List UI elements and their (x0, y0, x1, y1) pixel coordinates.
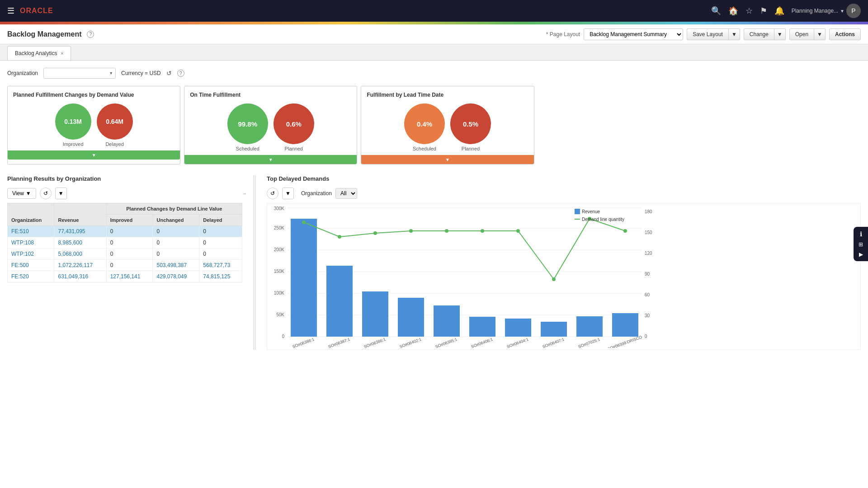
chart-settings-icon[interactable]: ▼ (282, 188, 294, 199)
svg-text:SO#06404:1: SO#06404:1 (506, 337, 529, 348)
line-dot-5 (481, 229, 484, 233)
chart-panel-title: Top Delayed Demands (267, 175, 861, 182)
table-toolbar: View ▼ ↺ ▼ (7, 188, 242, 199)
page-title: Backlog Management (7, 30, 81, 38)
org-chart-select[interactable]: All (335, 188, 357, 199)
panel-resize-divider[interactable] (253, 175, 256, 350)
refresh-table-icon[interactable]: ↺ (40, 188, 52, 199)
flag-icon[interactable]: ⚑ (760, 6, 767, 16)
card1-circles: 0.13M Improved 0.64M Delayed (13, 103, 175, 147)
avatar: P (846, 4, 861, 18)
planned-circle-3: 0.5% (450, 103, 491, 144)
col-improved: Improved (106, 215, 153, 226)
svg-text:60: 60 (645, 292, 650, 297)
open-button[interactable]: Open (789, 28, 814, 40)
view-button[interactable]: View ▼ (7, 188, 36, 199)
svg-text:SO#06385:1: SO#06385:1 (435, 337, 458, 348)
bar-4[interactable] (434, 305, 460, 337)
on-time-fulfillment-card: On Time Fulfillment 99.8% Scheduled 0.6%… (184, 86, 357, 164)
svg-text:SO#06387:1: SO#06387:1 (328, 337, 351, 348)
bell-icon[interactable]: 🔔 (774, 6, 784, 16)
bar-6[interactable] (505, 319, 531, 337)
scheduled-label: Scheduled (236, 146, 259, 151)
search-icon[interactable]: 🔍 (711, 6, 721, 16)
svg-text:250K: 250K (274, 225, 285, 230)
filter-row: Organization Currency = USD ↺ ? (7, 68, 861, 79)
card2-chevron-bar[interactable]: ▼ (184, 155, 357, 164)
card3-title: Fulfillment by Lead Time Date (367, 92, 528, 98)
change-dropdown[interactable]: ▼ (774, 28, 786, 40)
page-layout-select[interactable]: Backlog Management Summary (584, 28, 683, 40)
change-button[interactable]: Change (744, 28, 774, 40)
cards-row: Planned Fulfillment Changes by Demand Va… (7, 86, 861, 164)
star-icon[interactable]: ☆ (745, 6, 753, 16)
top-nav: ☰ ORACLE 🔍 🏠 ☆ ⚑ 🔔 Planning Manage... ▼ … (0, 0, 868, 22)
save-layout-dropdown[interactable]: ▼ (729, 28, 740, 40)
table-row[interactable]: WTP:1025,068,000000 (8, 249, 242, 260)
change-group: Change ▼ (744, 28, 786, 40)
card3-circle-planned: 0.5% Planned (450, 103, 491, 151)
bar-1[interactable] (326, 266, 353, 337)
chart-svg: 0 50K 100K 150K 200K 250K 300K 0 30 60 9… (267, 203, 656, 348)
svg-text:SO#06407:1: SO#06407:1 (542, 337, 565, 348)
help-sm-icon[interactable]: ? (177, 70, 184, 77)
line-dot-7 (552, 277, 556, 281)
svg-text:200K: 200K (274, 247, 285, 252)
refresh-icon[interactable]: ↺ (166, 70, 172, 77)
table-row[interactable]: FE:51077,431,095000 (8, 226, 242, 237)
svg-text:0: 0 (645, 334, 647, 339)
open-dropdown[interactable]: ▼ (814, 28, 826, 40)
grid-panel-icon[interactable]: ⊞ (859, 241, 863, 248)
org-filter-select-wrap (43, 68, 116, 79)
col-group: Planned Changes by Demand Line Value (106, 203, 242, 215)
bar-8[interactable] (576, 316, 603, 337)
home-icon[interactable]: 🏠 (728, 6, 738, 16)
expand-panel-icon[interactable]: ▶ (859, 251, 863, 258)
resize-handle[interactable] (243, 193, 246, 194)
help-icon[interactable]: ? (87, 31, 94, 38)
save-layout-group: Save Layout ▼ (687, 28, 740, 40)
card1-chevron-bar[interactable]: ▼ (8, 150, 180, 160)
view-label: View (12, 190, 24, 197)
svg-text:50K: 50K (276, 312, 284, 317)
info-panel-icon[interactable]: ℹ (860, 230, 862, 238)
bar-7[interactable] (541, 322, 567, 337)
actions-button[interactable]: Actions (829, 28, 861, 40)
planning-results-table: Organization Revenue Planned Changes by … (7, 203, 242, 282)
save-layout-button[interactable]: Save Layout (687, 28, 729, 40)
planned-label-3: Planned (462, 146, 480, 151)
chart-refresh-icon[interactable]: ↺ (267, 188, 278, 199)
svg-text:SO#06386:1: SO#06386:1 (363, 337, 387, 348)
svg-text:150: 150 (645, 230, 652, 235)
table-settings-icon[interactable]: ▼ (55, 188, 67, 199)
bar-9[interactable] (612, 313, 638, 337)
user-menu[interactable]: Planning Manage... ▼ P (792, 4, 861, 18)
legend-revenue-swatch (575, 209, 580, 214)
bar-2[interactable] (362, 291, 388, 337)
fulfillment-changes-card: Planned Fulfillment Changes by Demand Va… (7, 86, 180, 164)
table-row[interactable]: FE:520631,049,316127,156,141429,078,0497… (8, 271, 242, 282)
scheduled-circle-3: 0.4% (404, 103, 445, 144)
svg-text:30: 30 (645, 313, 650, 318)
card3-chevron-bar[interactable]: ▼ (361, 155, 533, 164)
org-filter-select[interactable] (43, 68, 116, 79)
card1-circle-improved: 0.13M Improved (55, 103, 91, 147)
bar-5[interactable] (469, 317, 495, 337)
bar-3[interactable] (398, 298, 424, 337)
tab-close-icon[interactable]: × (61, 51, 63, 56)
hamburger-icon[interactable]: ☰ (7, 6, 14, 16)
page-layout-label: * Page Layout (546, 31, 580, 38)
sub-header: Backlog Management ? * Page Layout Backl… (0, 24, 868, 44)
oracle-logo: ORACLE (20, 7, 53, 15)
card2-title: On Time Fulfillment (190, 92, 351, 98)
line-dot-0 (302, 221, 306, 224)
backlog-analytics-tab[interactable]: Backlog Analytics × (7, 46, 71, 60)
org-filter-label: Organization (7, 70, 38, 76)
table-panel: Planning Results by Organization View ▼ … (7, 175, 242, 350)
bar-0[interactable] (291, 219, 317, 337)
svg-text:100K: 100K (274, 291, 285, 296)
table-row[interactable]: FE:5001,072,226,1170503,498,387568,727,7… (8, 260, 242, 271)
improved-circle: 0.13M (55, 103, 91, 140)
table-row[interactable]: WTP:1088,985,600000 (8, 237, 242, 249)
col-revenue: Revenue (54, 203, 106, 226)
